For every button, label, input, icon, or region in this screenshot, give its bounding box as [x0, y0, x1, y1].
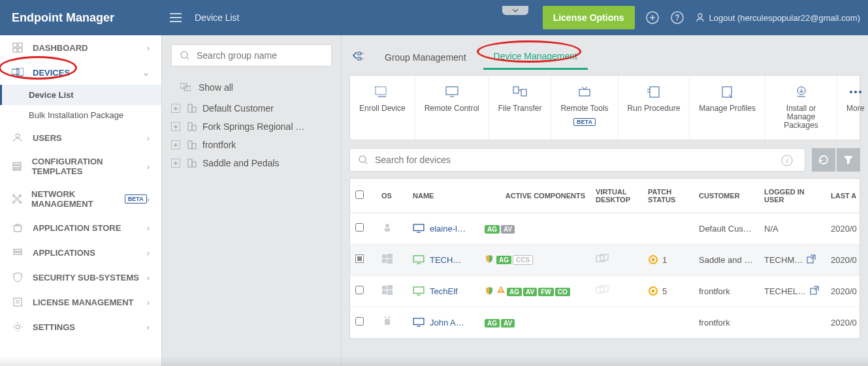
sidebar-item-network[interactable]: NETWORK MANAGEMENT BETA ›	[0, 183, 161, 215]
expand-icon[interactable]: +	[171, 140, 180, 149]
svg-rect-68	[500, 292, 501, 292]
sidebar-item-label: APPLICATION STORE	[33, 223, 121, 233]
external-link-icon[interactable]	[810, 286, 819, 297]
beta-badge: BETA	[573, 118, 596, 126]
tool-run-procedure[interactable]: Run Procedure	[619, 76, 690, 140]
col-cust[interactable]: CUSTOMER	[694, 179, 759, 213]
os-cell	[376, 213, 408, 244]
help-icon[interactable]: ?	[670, 10, 684, 25]
patch-status-cell: 1	[643, 244, 694, 275]
tool-more[interactable]: More	[837, 76, 868, 140]
svg-point-3	[698, 14, 702, 18]
tab-device-management[interactable]: Device Management	[483, 44, 588, 70]
applications-icon	[12, 247, 24, 258]
install-packages-icon	[794, 85, 809, 99]
col-patch[interactable]: PATCH STATUS	[643, 179, 694, 213]
group-tree-item[interactable]: +Default Customer	[171, 99, 332, 117]
logout-link[interactable]: Logout (herculespopular22@gmail.com)	[695, 12, 860, 23]
tool-file-transfer[interactable]: File Transfer	[489, 76, 552, 140]
svg-point-44	[850, 91, 852, 93]
svg-point-76	[388, 317, 389, 318]
sidebar-item-appstore[interactable]: APPLICATION STORE ›	[0, 215, 161, 240]
sidebar-item-security[interactable]: SECURITY SUB-SYSTEMS ›	[0, 265, 161, 290]
license-options-button[interactable]: License Options	[543, 6, 635, 29]
group-name: Saddle and Pedals	[202, 158, 280, 168]
col-user[interactable]: LOGGED IN USER	[759, 179, 826, 213]
row-checkbox[interactable]	[350, 275, 376, 307]
warning-icon	[496, 286, 506, 296]
svg-rect-56	[413, 256, 424, 262]
col-last[interactable]: LAST A	[826, 179, 860, 213]
chevron-right-icon: ›	[147, 297, 150, 307]
header: Endpoint Manager Device List License Opt…	[0, 0, 868, 35]
expand-icon[interactable]: +	[171, 104, 180, 113]
add-icon[interactable]	[645, 10, 660, 25]
tool-label: Install or Manage Packages	[775, 104, 828, 130]
more-icon	[848, 85, 863, 99]
table-row[interactable]: John A…AGAVfrontfork2020/0	[350, 307, 860, 338]
external-link-icon[interactable]	[807, 254, 816, 266]
svg-rect-31	[192, 144, 196, 149]
refresh-button[interactable]	[812, 148, 835, 172]
show-all-button[interactable]: Show all	[171, 76, 332, 99]
last-activity-cell: 2020/0	[826, 275, 860, 307]
tool-manage-profiles[interactable]: Manage Profiles	[690, 76, 765, 140]
sidebar-item-settings[interactable]: SETTINGS ›	[0, 314, 161, 339]
tool-enroll-device[interactable]: Enroll Device	[350, 76, 415, 140]
tab-group-management[interactable]: Group Management	[374, 46, 477, 69]
sidebar-item-devices[interactable]: DEVICES ⌄	[0, 60, 161, 85]
sidebar-item-license[interactable]: LICENSE MANAGEMENT ›	[0, 290, 161, 314]
sidebar-sub-device-list[interactable]: Device List	[0, 85, 161, 105]
tool-install-packages[interactable]: Install or Manage Packages	[765, 76, 837, 140]
info-icon[interactable]: i	[780, 150, 801, 171]
svg-rect-21	[14, 298, 22, 306]
chevron-right-icon: ›	[147, 162, 150, 172]
patch-status-icon	[648, 286, 658, 296]
sidebar-item-applications[interactable]: APPLICATIONS ›	[0, 240, 161, 265]
sidebar-sub-bulk-install[interactable]: Bulk Installation Package	[0, 105, 161, 125]
svg-rect-54	[382, 259, 387, 263]
table-row[interactable]: elaine-l…AGAVDefault Cust…N/A2020/0	[350, 213, 860, 244]
group-tree-item[interactable]: +frontfork	[171, 136, 332, 154]
device-name-link[interactable]: elaine-l…	[413, 224, 474, 234]
device-name-link[interactable]: TECH…	[413, 255, 474, 265]
active-components-cell: AGCCS	[479, 244, 590, 275]
row-checkbox[interactable]	[350, 244, 376, 275]
tree-collapse-icon[interactable]	[349, 48, 368, 67]
tool-remote-control[interactable]: Remote Control	[415, 76, 489, 140]
table-row[interactable]: TECH…AGCCS1Saddle and …TECHM…2020/0	[350, 244, 860, 275]
device-search-input[interactable]	[375, 155, 797, 165]
sidebar-item-users[interactable]: USERS ›	[0, 125, 161, 150]
row-checkbox[interactable]	[350, 213, 376, 244]
hamburger-icon[interactable]	[170, 13, 183, 22]
tool-remote-tools[interactable]: Remote Tools BETA	[551, 76, 618, 140]
sidebar-item-dashboard[interactable]: DASHBOARD ›	[0, 35, 161, 60]
svg-rect-26	[188, 104, 192, 112]
group-search-input[interactable]	[197, 50, 323, 61]
device-search[interactable]: i	[349, 148, 805, 172]
building-icon	[187, 159, 197, 168]
top-expand-notch[interactable]	[502, 6, 528, 15]
svg-rect-27	[192, 107, 196, 112]
select-all-checkbox[interactable]	[355, 191, 364, 199]
svg-rect-13	[13, 169, 21, 170]
col-vd[interactable]: VIRTUAL DESKTOP	[590, 179, 643, 213]
group-tree-item[interactable]: +Saddle and Pedals	[171, 154, 332, 172]
device-name-link[interactable]: TechElf	[413, 286, 474, 296]
col-active[interactable]: ACTIVE COMPONENTS	[479, 179, 590, 213]
group-tree-item[interactable]: +Fork Springs Regional Tr…	[171, 117, 332, 136]
user-cell: N/A	[759, 213, 826, 244]
sidebar-item-config-templates[interactable]: CONFIGURATION TEMPLATES ›	[0, 150, 161, 183]
filter-button[interactable]	[837, 148, 860, 172]
col-os[interactable]: OS	[376, 179, 408, 213]
row-checkbox[interactable]	[350, 307, 376, 338]
table-row[interactable]: TechElfAGAVFWCO5frontforkTECHEL…2020/0	[350, 275, 860, 307]
svg-rect-62	[382, 286, 387, 290]
search-icon	[358, 155, 368, 165]
expand-icon[interactable]: +	[171, 122, 180, 131]
col-name[interactable]: NAME	[408, 179, 479, 213]
group-search[interactable]	[171, 44, 332, 67]
expand-icon[interactable]: +	[171, 159, 180, 168]
device-name-link[interactable]: John A…	[413, 318, 474, 328]
sidebar-item-label: SETTINGS	[33, 322, 75, 332]
